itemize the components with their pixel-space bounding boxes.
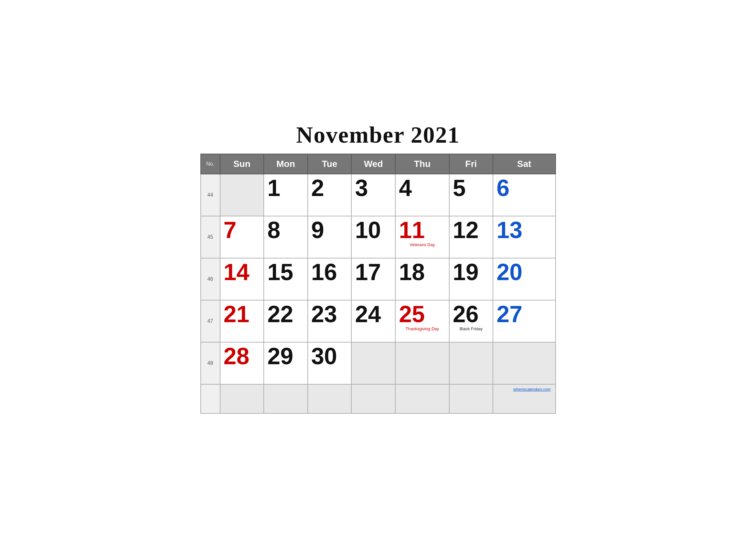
day-cell-empty: wheniscalendars.com: [493, 384, 555, 413]
day-cell: 12: [449, 216, 493, 258]
day-number: 16: [311, 260, 348, 284]
day-cell: 22: [264, 300, 308, 342]
day-number: 2: [311, 176, 348, 200]
holiday-label: Veterans Day: [399, 242, 446, 247]
holiday-label: Black Friday: [453, 326, 490, 331]
week-number: 48: [201, 342, 220, 384]
week-number: 45: [201, 216, 220, 258]
day-number: 10: [355, 218, 392, 241]
day-cell: 5: [449, 174, 493, 216]
day-cell: [493, 342, 555, 384]
day-cell-empty: [308, 384, 352, 413]
day-cell: 18: [395, 258, 449, 300]
day-number: 5: [453, 176, 490, 200]
day-cell: 20: [493, 258, 555, 300]
day-cell: 19: [449, 258, 493, 300]
header-mon: Mon: [264, 154, 308, 174]
day-cell: 8: [264, 216, 308, 258]
day-cell: 30: [308, 342, 352, 384]
day-cell: 27: [493, 300, 555, 342]
day-cell: 6: [493, 174, 555, 216]
day-cell-empty: [351, 384, 395, 413]
day-number: 24: [355, 302, 392, 326]
header-wed: Wed: [351, 154, 395, 174]
day-cell: 2: [308, 174, 352, 216]
day-cell: 26Black Friday: [449, 300, 493, 342]
day-cell: 4: [395, 174, 449, 216]
day-cell: 17: [351, 258, 395, 300]
day-cell: 7: [220, 216, 264, 258]
day-number: 11: [399, 218, 446, 241]
week-row: 48282930: [201, 342, 555, 384]
week-number: 47: [201, 300, 220, 342]
day-number: 1: [267, 176, 304, 200]
header-row: No. Sun Mon Tue Wed Thu Fri Sat: [201, 154, 555, 174]
day-cell: 16: [308, 258, 352, 300]
day-number: 30: [311, 345, 348, 368]
day-cell: 9: [308, 216, 352, 258]
day-cell: 21: [220, 300, 264, 342]
day-number: 26: [453, 302, 490, 326]
watermark: wheniscalendars.com: [497, 386, 552, 392]
day-cell: 29: [264, 342, 308, 384]
day-number: 23: [311, 302, 348, 326]
day-cell: [351, 342, 395, 384]
day-number: 4: [399, 176, 446, 200]
day-cell: [395, 342, 449, 384]
week-number-empty: [201, 384, 220, 413]
calendar-body: 44123456457891011Veterans Day12134614151…: [201, 174, 555, 413]
day-number: 13: [497, 218, 552, 241]
day-cell: 1: [264, 174, 308, 216]
day-number: 17: [355, 260, 392, 284]
week-row: 44123456: [201, 174, 555, 216]
day-number: 20: [497, 260, 552, 284]
day-cell: 10: [351, 216, 395, 258]
day-number: 29: [267, 345, 304, 368]
day-cell: 13: [493, 216, 555, 258]
day-cell: 11Veterans Day: [395, 216, 449, 258]
day-cell-empty: [220, 384, 264, 413]
day-cell: 28: [220, 342, 264, 384]
day-cell-empty: [264, 384, 308, 413]
day-cell: 23: [308, 300, 352, 342]
day-cell: [449, 342, 493, 384]
day-number: 19: [453, 260, 490, 284]
calendar-title: November 2021: [201, 122, 556, 149]
day-number: 8: [267, 218, 304, 241]
day-number: 25: [399, 302, 446, 326]
week-row: 457891011Veterans Day1213: [201, 216, 555, 258]
day-cell: 3: [351, 174, 395, 216]
day-number: 6: [497, 176, 552, 200]
empty-row: wheniscalendars.com: [201, 384, 555, 413]
day-number: 27: [497, 302, 552, 326]
day-cell: 25Thanksgiving Day: [395, 300, 449, 342]
day-number: 22: [267, 302, 304, 326]
week-number: 44: [201, 174, 220, 216]
day-cell: 14: [220, 258, 264, 300]
week-number: 46: [201, 258, 220, 300]
day-cell: 15: [264, 258, 308, 300]
holiday-label: Thanksgiving Day: [399, 326, 446, 331]
header-sat: Sat: [493, 154, 555, 174]
header-sun: Sun: [220, 154, 264, 174]
day-number: 9: [311, 218, 348, 241]
week-row: 472122232425Thanksgiving Day26Black Frid…: [201, 300, 555, 342]
day-number: 21: [224, 302, 260, 326]
day-number: 18: [399, 260, 446, 284]
day-cell-empty: [449, 384, 493, 413]
day-number: 3: [355, 176, 392, 200]
header-tue: Tue: [308, 154, 352, 174]
header-no: No.: [201, 154, 220, 174]
calendar-container: November 2021 No. Sun Mon Tue Wed Thu Fr…: [201, 122, 556, 414]
calendar-table: No. Sun Mon Tue Wed Thu Fri Sat 44123456…: [201, 154, 556, 414]
header-thu: Thu: [395, 154, 449, 174]
header-fri: Fri: [449, 154, 493, 174]
day-number: 7: [224, 218, 260, 241]
day-number: 14: [224, 260, 260, 284]
day-cell: 24: [351, 300, 395, 342]
day-cell-empty: [395, 384, 449, 413]
day-number: 12: [453, 218, 490, 241]
day-number: 15: [267, 260, 304, 284]
day-number: 28: [224, 345, 260, 368]
day-cell: [220, 174, 264, 216]
